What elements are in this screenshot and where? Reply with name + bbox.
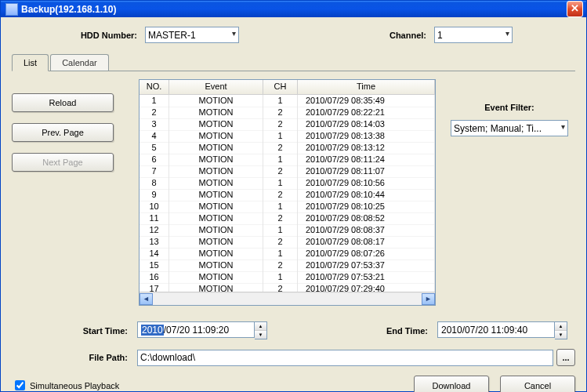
scroll-track[interactable] <box>153 293 422 305</box>
spin-up-icon[interactable]: ▲ <box>555 322 567 331</box>
simultaneous-playback-checkbox[interactable] <box>15 380 25 390</box>
content-area: HDD Number: Channel: List Calendar Reloa… <box>1 17 586 392</box>
event-table: NO. Event CH Time 1MOTION12010/07/29 08:… <box>139 79 436 306</box>
cell-no: 10 <box>140 201 169 213</box>
end-time-spinner[interactable]: ▲▼ <box>555 321 567 339</box>
table-row[interactable]: 10MOTION12010/07/29 08:10:25 <box>140 201 435 212</box>
cell-no: 17 <box>140 283 169 292</box>
event-filter-select-wrap <box>451 120 568 136</box>
close-icon[interactable]: ✕ <box>567 1 583 17</box>
table-row[interactable]: 11MOTION22010/07/29 08:08:52 <box>140 212 435 224</box>
table-row[interactable]: 16MOTION12010/07/29 07:53:21 <box>140 271 435 283</box>
spin-down-icon[interactable]: ▼ <box>255 331 266 339</box>
download-button[interactable]: Download <box>414 376 489 392</box>
start-time-spinner[interactable]: ▲▼ <box>255 321 267 339</box>
table-row[interactable]: 12MOTION12010/07/29 08:08:37 <box>140 224 435 236</box>
cell-event: MOTION <box>169 154 263 166</box>
table-row[interactable]: 17MOTION22010/07/29 07:29:40 <box>140 283 435 292</box>
tab-list[interactable]: List <box>12 54 49 71</box>
cell-event: MOTION <box>169 271 263 284</box>
event-filter-select[interactable] <box>451 120 568 136</box>
spin-down-icon[interactable]: ▼ <box>555 331 567 339</box>
col-time[interactable]: Time <box>298 80 435 94</box>
cell-time: 2010/07/29 08:13:38 <box>298 130 435 143</box>
cell-ch: 2 <box>263 189 298 201</box>
cell-event: MOTION <box>169 95 263 107</box>
cell-time: 2010/07/29 07:53:37 <box>298 260 435 272</box>
cell-event: MOTION <box>169 189 263 201</box>
cell-ch: 1 <box>263 271 298 284</box>
channel-select-wrap <box>434 27 513 43</box>
cell-event: MOTION <box>169 165 263 178</box>
cell-time: 2010/07/29 08:07:26 <box>298 248 435 260</box>
bottom-rows: Start Time: 2010/07/20 11:09:20 ▲▼ End T… <box>12 321 575 392</box>
table-row[interactable]: 14MOTION12010/07/29 08:07:26 <box>140 248 435 260</box>
cell-time: 2010/07/29 08:22:21 <box>298 107 435 119</box>
event-filter-label: Event Filter: <box>444 103 575 112</box>
time-row: Start Time: 2010/07/20 11:09:20 ▲▼ End T… <box>12 321 575 339</box>
cancel-button[interactable]: Cancel <box>500 376 575 392</box>
col-no[interactable]: NO. <box>140 80 169 94</box>
footer-row: Simultaneous Playback Download Cancel <box>12 376 575 392</box>
table-row[interactable]: 2MOTION22010/07/29 08:22:21 <box>140 107 435 118</box>
cell-event: MOTION <box>169 201 263 213</box>
cell-time: 2010/07/29 08:08:17 <box>298 236 435 249</box>
cell-ch: 1 <box>263 154 298 166</box>
cell-event: MOTION <box>169 224 263 237</box>
col-event[interactable]: Event <box>169 80 263 94</box>
cell-event: MOTION <box>169 212 263 225</box>
cell-time: 2010/07/29 08:13:12 <box>298 142 435 154</box>
table-row[interactable]: 7MOTION22010/07/29 08:11:07 <box>140 165 435 177</box>
table-row[interactable]: 3MOTION22010/07/29 08:14:03 <box>140 118 435 130</box>
hdd-number-select-wrap <box>145 27 239 43</box>
col-ch[interactable]: CH <box>263 80 298 94</box>
prev-page-button[interactable]: Prev. Page <box>12 123 114 142</box>
browse-button[interactable]: ... <box>556 349 575 366</box>
table-body[interactable]: 1MOTION12010/07/29 08:35:492MOTION22010/… <box>140 95 435 292</box>
hdd-number-label: HDD Number: <box>12 31 137 40</box>
cell-no: 13 <box>140 236 169 249</box>
tab-calendar[interactable]: Calendar <box>50 54 109 71</box>
cell-ch: 1 <box>263 201 298 213</box>
cell-no: 4 <box>140 130 169 143</box>
table-row[interactable]: 8MOTION12010/07/29 08:10:56 <box>140 177 435 189</box>
horizontal-scrollbar[interactable]: ◄ ► <box>140 292 435 305</box>
cell-ch: 1 <box>263 248 298 260</box>
cell-ch: 1 <box>263 95 298 107</box>
end-time-field[interactable]: ▲▼ <box>437 321 567 339</box>
left-buttons: Reload Prev. Page Next Page <box>12 79 131 306</box>
end-time-input[interactable] <box>437 321 555 338</box>
spin-up-icon[interactable]: ▲ <box>255 322 266 331</box>
table-row[interactable]: 13MOTION22010/07/29 08:08:17 <box>140 236 435 248</box>
cell-time: 2010/07/29 08:11:07 <box>298 165 435 178</box>
table-row[interactable]: 5MOTION22010/07/29 08:13:12 <box>140 142 435 154</box>
hdd-number-select[interactable] <box>145 27 239 43</box>
cell-ch: 2 <box>263 283 298 292</box>
titlebar: Backup(192.168.1.10) ✕ <box>1 1 586 17</box>
scroll-right-icon[interactable]: ► <box>422 293 435 305</box>
table-row[interactable]: 9MOTION22010/07/29 08:10:44 <box>140 189 435 201</box>
table-row[interactable]: 1MOTION12010/07/29 08:35:49 <box>140 95 435 107</box>
table-row[interactable]: 4MOTION12010/07/29 08:13:38 <box>140 130 435 142</box>
cell-ch: 1 <box>263 224 298 237</box>
backup-window: Backup(192.168.1.10) ✕ HDD Number: Chann… <box>0 0 587 392</box>
cell-no: 15 <box>140 260 169 272</box>
table-row[interactable]: 15MOTION22010/07/29 07:53:37 <box>140 260 435 271</box>
cell-no: 2 <box>140 107 169 119</box>
reload-button[interactable]: Reload <box>12 93 114 112</box>
file-path-input[interactable] <box>137 350 553 366</box>
cell-ch: 2 <box>263 118 298 131</box>
cell-time: 2010/07/29 08:10:44 <box>298 189 435 201</box>
cell-no: 16 <box>140 271 169 284</box>
start-time-field[interactable]: 2010/07/20 11:09:20 ▲▼ <box>137 321 267 339</box>
cell-ch: 2 <box>263 212 298 225</box>
scroll-left-icon[interactable]: ◄ <box>140 293 153 305</box>
channel-select[interactable] <box>434 27 513 43</box>
start-time-label: Start Time: <box>12 326 137 336</box>
cell-event: MOTION <box>169 236 263 249</box>
next-page-button: Next Page <box>12 153 114 172</box>
table-row[interactable]: 6MOTION12010/07/29 08:11:24 <box>140 154 435 165</box>
cell-time: 2010/07/29 08:10:56 <box>298 177 435 190</box>
channel-label: Channel: <box>364 31 426 40</box>
cell-time: 2010/07/29 08:08:52 <box>298 212 435 225</box>
